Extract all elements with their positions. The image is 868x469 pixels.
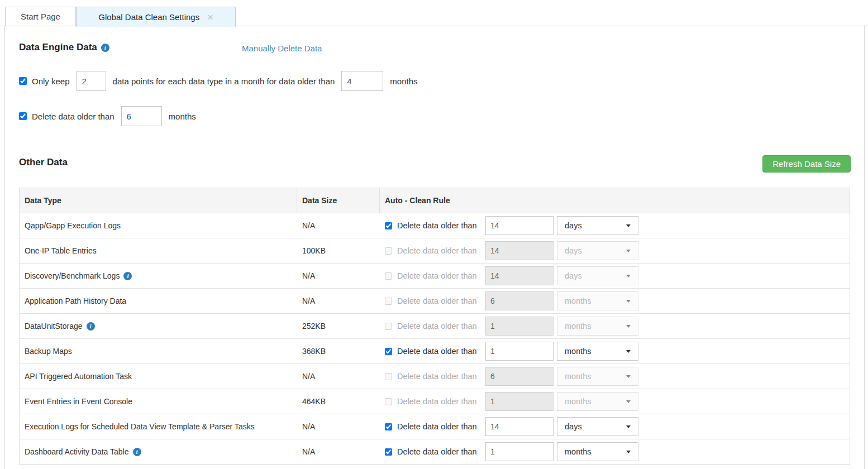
chevron-down-icon [626, 375, 631, 378]
data-type-label: DataUnitStorage [25, 322, 83, 331]
data-type-cell: Discovery/Benchmark Logs i [20, 271, 297, 280]
delete-data-checkbox[interactable] [385, 398, 392, 405]
tab-global-data-clean-settings[interactable]: Global Data Clean Settings × [76, 7, 236, 27]
data-size-cell: N/A [297, 221, 380, 230]
auto-clean-rule-cell: Delete data older than months [380, 442, 850, 461]
table-row: Discovery/Benchmark Logs i N/A Delete da… [20, 263, 850, 288]
auto-clean-rule-cell: Delete data older than months [380, 367, 850, 386]
retention-value-input[interactable] [485, 392, 554, 411]
info-icon[interactable]: i [133, 448, 141, 456]
table-row: Qapp/Gapp Execution Logs i N/A Delete da… [20, 213, 850, 238]
auto-clean-rule-cell: Delete data older than months [380, 342, 850, 361]
delete-data-checkbox[interactable] [385, 373, 392, 380]
time-unit-dropdown[interactable]: months [557, 442, 638, 461]
data-size-cell: 464KB [297, 397, 380, 406]
data-type-cell: Event Entries in Event Console i [20, 397, 297, 406]
data-size-cell: N/A [297, 372, 380, 381]
time-unit-dropdown[interactable]: days [557, 417, 638, 436]
tab-bar: Start Page Global Data Clean Settings × [0, 0, 868, 26]
delete-older-suffix: months [169, 112, 196, 121]
table-row: Backup Maps i 368KB Delete data older th… [20, 338, 850, 363]
time-unit-value: days [565, 221, 582, 230]
retention-value-input[interactable] [485, 367, 554, 386]
time-unit-value: days [565, 422, 582, 431]
time-unit-dropdown[interactable]: days [557, 216, 638, 235]
refresh-data-size-button[interactable]: Refresh Data Size [762, 155, 851, 173]
retention-value-input[interactable] [485, 417, 554, 436]
data-size-cell: N/A [297, 296, 380, 305]
data-type-cell: Dashboard Activity Data Table i [20, 447, 297, 456]
auto-clean-rule-cell: Delete data older than days [380, 241, 850, 260]
info-icon[interactable]: i [101, 44, 109, 52]
close-icon[interactable]: × [207, 12, 213, 22]
chevron-down-icon [626, 350, 631, 353]
data-type-label: API Triggered Automation Task [25, 372, 132, 381]
only-keep-suffix: months [390, 76, 417, 86]
header-auto-clean-rule: Auto - Clean Rule [380, 188, 850, 213]
delete-older-months-input[interactable] [121, 106, 162, 126]
delete-older-checkbox[interactable] [19, 112, 27, 120]
data-type-label: Qapp/Gapp Execution Logs [25, 221, 121, 230]
chevron-down-icon [626, 451, 631, 453]
chevron-down-icon [626, 325, 631, 328]
delete-data-checkbox[interactable] [385, 323, 392, 330]
auto-clean-rule-cell: Delete data older than days [380, 266, 850, 285]
table-row: One-IP Table Entries i 100KB Delete data… [20, 238, 850, 263]
global-data-clean-settings-page: Start Page Global Data Clean Settings × … [0, 0, 868, 469]
table-row: Execution Logs for Scheduled Data View T… [20, 414, 850, 439]
header-data-type: Data Type [20, 188, 297, 213]
time-unit-value: months [565, 447, 592, 456]
time-unit-dropdown[interactable]: months [557, 317, 638, 336]
data-type-label: Discovery/Benchmark Logs [25, 271, 120, 280]
info-icon[interactable]: i [87, 322, 95, 331]
delete-data-checkbox[interactable] [385, 272, 392, 280]
chevron-down-icon [626, 300, 631, 303]
tab-start-page-label: Start Page [21, 12, 60, 21]
table-row: API Triggered Automation Task i N/A Dele… [20, 363, 850, 389]
time-unit-value: days [565, 246, 582, 255]
time-unit-dropdown[interactable]: days [557, 241, 638, 260]
delete-data-older-than-label: Delete data older than [397, 322, 485, 331]
delete-data-checkbox[interactable] [385, 423, 392, 430]
retention-value-input[interactable] [485, 342, 554, 361]
data-engine-title-text: Data Engine Data [19, 42, 97, 53]
delete-data-checkbox[interactable] [385, 448, 392, 456]
retention-value-input[interactable] [485, 266, 554, 285]
delete-older-rule-row: Delete data older than months [19, 106, 196, 126]
delete-data-checkbox[interactable] [385, 247, 392, 255]
other-data-title-text: Other Data [19, 157, 68, 168]
delete-data-checkbox[interactable] [385, 348, 392, 355]
data-type-cell: Application Path History Data i [20, 296, 297, 305]
delete-data-older-than-label: Delete data older than [397, 397, 485, 406]
delete-data-older-than-label: Delete data older than [397, 271, 485, 280]
time-unit-dropdown[interactable]: months [557, 291, 638, 310]
time-unit-dropdown[interactable]: days [557, 266, 638, 285]
manually-delete-data-link[interactable]: Manually Delete Data [242, 44, 322, 53]
delete-data-checkbox[interactable] [385, 222, 392, 229]
only-keep-checkbox[interactable] [19, 77, 27, 85]
time-unit-value: months [565, 322, 592, 331]
time-unit-dropdown[interactable]: months [557, 392, 638, 411]
delete-data-older-than-label: Delete data older than [397, 447, 485, 456]
other-data-table: Data Type Data Size Auto - Clean Rule Qa… [19, 188, 850, 465]
data-type-label: Dashboard Activity Data Table [25, 447, 129, 456]
tab-start-page[interactable]: Start Page [5, 7, 76, 26]
data-size-cell: 252KB [297, 322, 380, 331]
data-type-cell: DataUnitStorage i [20, 322, 297, 331]
retention-value-input[interactable] [485, 291, 554, 310]
other-data-section-title: Other Data [19, 157, 68, 168]
time-unit-dropdown[interactable]: months [557, 367, 638, 386]
info-icon[interactable]: i [123, 272, 132, 280]
retention-value-input[interactable] [485, 442, 554, 461]
retention-value-input[interactable] [485, 216, 554, 235]
time-unit-dropdown[interactable]: months [557, 342, 638, 361]
data-type-cell: One-IP Table Entries i [20, 246, 297, 255]
older-than-months-input[interactable] [341, 71, 383, 91]
retention-value-input[interactable] [485, 241, 554, 260]
data-type-cell: Execution Logs for Scheduled Data View T… [20, 422, 297, 431]
retention-value-input[interactable] [485, 317, 554, 336]
data-type-label: Event Entries in Event Console [25, 397, 132, 406]
delete-data-checkbox[interactable] [385, 298, 392, 305]
data-type-label: Execution Logs for Scheduled Data View T… [25, 422, 255, 431]
data-points-input[interactable] [77, 71, 106, 91]
